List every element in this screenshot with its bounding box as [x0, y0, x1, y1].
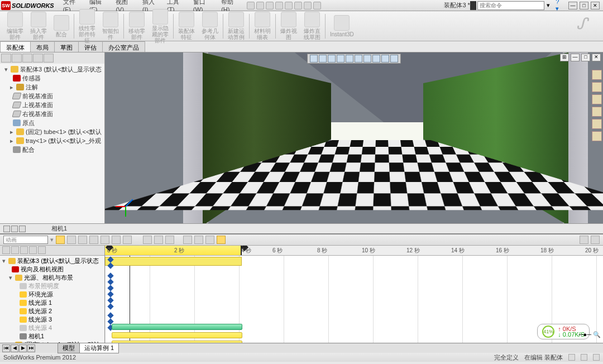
new-motion-study-icon[interactable]	[228, 12, 244, 27]
calculate-icon[interactable]	[56, 236, 65, 244]
hide-show-icon[interactable]	[363, 55, 371, 63]
gravity-icon[interactable]	[217, 236, 226, 244]
tab-model[interactable]: 模型	[58, 343, 80, 353]
tree-item[interactable]: (固定) tube<1> (默认<<默认	[26, 128, 102, 136]
taskpane-explorer-icon[interactable]	[592, 94, 602, 104]
key-diamond-icon[interactable]	[107, 291, 113, 297]
key-diamond-icon[interactable]	[107, 279, 113, 285]
viewport-tile-icon[interactable]: ⊞	[560, 54, 569, 61]
taskpane-library-icon[interactable]	[592, 82, 602, 92]
key-diamond-icon[interactable]	[107, 297, 113, 303]
edit-appearance-icon[interactable]	[372, 55, 380, 63]
tab-office[interactable]: 办公室产品	[102, 41, 145, 52]
assembly-features-icon[interactable]	[179, 12, 194, 27]
key-diamond-icon[interactable]	[107, 303, 113, 309]
status-rebuild-icon[interactable]	[593, 354, 600, 361]
qat-save-icon[interactable]	[266, 2, 274, 9]
smart-fasteners-icon[interactable]	[103, 12, 118, 27]
loop-icon[interactable]	[112, 236, 121, 244]
mtree-item[interactable]: 视向及相机视图	[21, 265, 64, 274]
expand-icon[interactable]	[591, 236, 600, 244]
tab-sketch[interactable]: 草图	[54, 41, 79, 52]
stop-icon[interactable]	[89, 236, 98, 244]
study-type-select[interactable]: 动画	[3, 236, 48, 244]
key-diamond-icon[interactable]	[107, 285, 113, 291]
mtree-item[interactable]: 光源、相机与布景	[24, 274, 73, 282]
tree-item[interactable]: tray<1> (默认<<默认>_外观	[26, 137, 101, 145]
tab-prev-icon[interactable]: ◀	[11, 344, 18, 352]
scroll-marker-icon[interactable]	[19, 226, 26, 232]
ref-geometry-icon[interactable]	[202, 12, 218, 27]
maximize-button[interactable]: □	[580, 2, 588, 9]
qat-rebuild-icon[interactable]	[304, 2, 312, 9]
tab-last-icon[interactable]: ⏭	[27, 344, 35, 352]
taskpane-palette-icon[interactable]	[592, 107, 602, 117]
tab-layout[interactable]: 布局	[30, 41, 55, 52]
motion-tree[interactable]: ▾装配体3 (默认<默认_显示状态 视向及相机视图 ▾光源、相机与布景 布景照明…	[0, 256, 104, 343]
anim-wizard-icon[interactable]	[143, 236, 152, 244]
prev-view-icon[interactable]	[328, 55, 336, 63]
fm-tab-property-icon[interactable]	[12, 54, 22, 63]
mtree-item[interactable]: 线光源 4	[28, 324, 52, 332]
zoom-area-icon[interactable]	[319, 55, 327, 63]
motor-icon[interactable]	[183, 236, 192, 244]
fm-tab-display-icon[interactable]	[44, 54, 54, 63]
instant3d-icon[interactable]	[334, 15, 350, 31]
timeline-bar-tube[interactable]	[112, 332, 242, 338]
tab-next-icon[interactable]: ▶	[19, 344, 27, 352]
tree-item[interactable]: 注解	[26, 83, 38, 92]
search-dropdown-icon[interactable]: ▾	[544, 2, 552, 9]
status-unit-icon[interactable]	[568, 354, 575, 361]
filter-results-icon[interactable]	[38, 246, 46, 254]
contact-icon[interactable]	[205, 236, 214, 244]
qat-new-icon[interactable]	[247, 2, 255, 9]
feature-tree[interactable]: ▾装配体3 (默认<默认_显示状态 传感器 ▸注解 前视基准面 上视基准面 右视…	[0, 64, 104, 223]
viewport-min-icon[interactable]: —	[571, 54, 580, 61]
edit-component-icon[interactable]	[7, 12, 23, 27]
save-anim-icon[interactable]	[123, 236, 132, 244]
show-hidden-icon[interactable]	[152, 9, 168, 25]
filter-driving-icon[interactable]	[20, 246, 28, 254]
tree-item[interactable]: 原点	[22, 119, 35, 127]
tab-assembly[interactable]: 装配体	[0, 41, 31, 52]
timeline-bar-tray[interactable]	[112, 341, 242, 343]
key-diamond-icon[interactable]	[107, 256, 113, 262]
tree-item[interactable]: 前视基准面	[22, 92, 53, 100]
help-icon[interactable]: ? ▾	[552, 0, 565, 12]
mate-icon[interactable]	[54, 15, 69, 31]
zoom-fit-icon[interactable]	[310, 55, 318, 63]
collapse-icon[interactable]	[580, 236, 588, 244]
zoom-slider-icon[interactable]: ─●─ 🔍	[579, 331, 601, 338]
tree-root[interactable]: 装配体3 (默认<默认_显示状态	[20, 65, 102, 74]
display-style-icon[interactable]	[355, 55, 362, 63]
key-diamond-icon[interactable]	[107, 262, 113, 269]
tree-item[interactable]: 配合	[22, 146, 35, 154]
search-input[interactable]	[477, 1, 544, 10]
filter-anim-icon[interactable]	[11, 246, 19, 254]
playback-speed-icon[interactable]	[100, 236, 109, 244]
viewport-max-icon[interactable]: □	[581, 54, 590, 61]
tab-motion-study-1[interactable]: 运动算例 1	[79, 343, 119, 353]
timeline-panel[interactable]: 0 秒 2 秒 4 秒 6 秒 8 秒 10 秒 12 秒 14 秒 16 秒 …	[105, 246, 603, 343]
view-settings-icon[interactable]	[390, 55, 398, 63]
view-orient-icon[interactable]	[346, 55, 353, 63]
mtree-item[interactable]: 线光源 1	[28, 299, 52, 307]
qat-options-icon[interactable]	[313, 2, 321, 9]
qat-print-icon[interactable]	[275, 2, 283, 9]
insert-component-icon[interactable]	[31, 12, 46, 27]
qat-open-icon[interactable]	[256, 2, 264, 9]
minimize-button[interactable]: —	[568, 2, 577, 9]
move-component-icon[interactable]	[129, 12, 145, 27]
play-icon[interactable]	[78, 236, 87, 244]
autokey-icon[interactable]	[154, 236, 163, 244]
orientation-triad[interactable]	[114, 195, 136, 218]
spring-icon[interactable]	[194, 236, 203, 244]
graphics-viewport[interactable]: ⊞ — □ ✕	[105, 52, 603, 223]
time-range-bar[interactable]	[105, 257, 242, 266]
mtree-item[interactable]: 环境光源	[28, 290, 53, 299]
mtree-item[interactable]: 线光源 2	[28, 307, 52, 315]
mtree-root[interactable]: 装配体3 (默认<默认_显示状态	[17, 257, 99, 265]
bom-icon[interactable]	[255, 12, 270, 27]
mtree-item[interactable]: 线光源 3	[28, 315, 52, 324]
play-start-icon[interactable]	[67, 236, 76, 244]
